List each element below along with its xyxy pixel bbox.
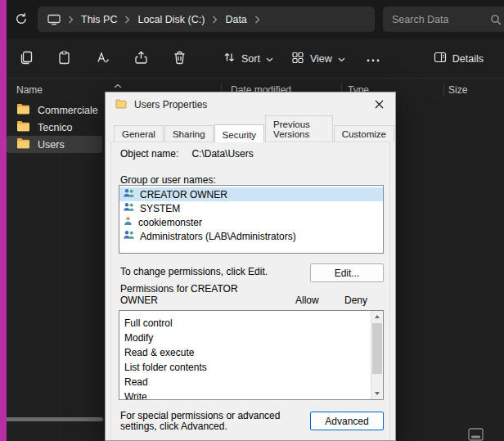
accent-strip	[0, 0, 7, 441]
breadcrumb-data[interactable]: Data	[225, 14, 246, 25]
principal-name: Administrators (LAB\Administrators)	[140, 231, 296, 242]
rename-icon	[96, 51, 110, 67]
delete-button[interactable]	[160, 44, 199, 74]
edit-button[interactable]: Edit...	[310, 263, 384, 282]
permissions-list: Full control Modify Read & execute List …	[119, 310, 384, 400]
allow-column-label: Allow	[295, 295, 319, 306]
user-group-icon	[123, 230, 135, 242]
permission-name: Write	[124, 391, 147, 400]
details-label: Details	[452, 53, 484, 65]
column-divider[interactable]	[443, 83, 444, 96]
permission-name: List folder contents	[124, 362, 207, 373]
address-bar[interactable]: This PC Local Disk (C:) Data	[38, 7, 375, 32]
horizontal-scrollbar[interactable]	[2, 417, 103, 421]
advanced-hint: For special permissions or advanced sett…	[120, 411, 308, 432]
breadcrumb-this-pc[interactable]: This PC	[81, 14, 117, 25]
scroll-up-icon[interactable]	[371, 311, 383, 322]
view-grid-icon	[291, 51, 304, 66]
window-icon	[468, 428, 484, 441]
more-options-button[interactable]	[354, 44, 393, 74]
folder-properties-icon	[115, 99, 127, 111]
copy-icon	[19, 51, 33, 67]
principal-name: SYSTEM	[140, 203, 180, 214]
edit-hint: To change permissions, click Edit.	[120, 266, 268, 277]
search-icon	[490, 14, 502, 25]
toolbar: Sort View Details	[7, 39, 504, 79]
column-header-name[interactable]: Name	[16, 84, 43, 96]
details-icon	[434, 51, 447, 66]
tab-previous-versions[interactable]: Previous Versions	[265, 115, 333, 142]
tab-security[interactable]: Security	[214, 124, 265, 142]
sort-button[interactable]: Sort	[214, 44, 282, 74]
principal-row-cookiemonster[interactable]: cookiemonster	[119, 215, 383, 229]
group-user-list: CREATOR OWNER SYSTEM cookiemonster Admin…	[119, 185, 384, 254]
permission-name: Read & execute	[124, 347, 194, 358]
permissions-title: Permissions for CREATOR OWNER	[120, 283, 251, 306]
view-label: View	[310, 53, 332, 65]
file-name: Commerciale	[38, 105, 98, 116]
column-header-size[interactable]: Size	[448, 84, 467, 96]
share-icon	[134, 51, 148, 67]
folder-icon	[16, 103, 30, 117]
chevron-down-icon	[266, 53, 273, 65]
sort-label: Sort	[241, 53, 260, 65]
chevron-right-icon	[212, 16, 218, 24]
permission-row-modify[interactable]: Modify	[119, 331, 383, 345]
permission-row-read[interactable]: Read	[119, 375, 383, 389]
close-icon	[375, 99, 384, 111]
deny-column-label: Deny	[344, 295, 367, 306]
permission-row-full-control[interactable]: Full control	[119, 316, 383, 331]
dialog-tabs: General Sharing Security Previous Versio…	[114, 124, 395, 142]
rename-button[interactable]	[83, 44, 122, 74]
object-name-row: Object name: C:\Data\Users	[120, 148, 254, 160]
chevron-right-icon	[254, 16, 260, 24]
trash-icon	[173, 51, 187, 67]
principal-row-administrators[interactable]: Administrators (LAB\Administrators)	[119, 229, 383, 243]
advanced-button[interactable]: Advanced	[310, 412, 384, 430]
permission-row-read-execute[interactable]: Read & execute	[119, 345, 383, 360]
refresh-icon	[15, 12, 28, 28]
sort-icon	[223, 51, 236, 66]
permission-row-list-folder-contents[interactable]: List folder contents	[119, 360, 383, 375]
tab-sharing[interactable]: Sharing	[164, 125, 214, 142]
search-box[interactable]: Search Data	[383, 7, 504, 32]
details-button[interactable]: Details	[425, 44, 493, 74]
view-button[interactable]: View	[282, 44, 354, 74]
principal-row-system[interactable]: SYSTEM	[119, 201, 383, 215]
paste-button[interactable]	[45, 44, 83, 74]
tab-customize[interactable]: Customize	[334, 125, 394, 142]
permission-name: Modify	[124, 332, 153, 344]
users-properties-dialog: Users Properties General Sharing Securit…	[105, 92, 396, 441]
folder-icon	[16, 137, 30, 151]
tab-general[interactable]: General	[114, 125, 164, 142]
search-placeholder: Search Data	[392, 14, 448, 25]
file-name: Tecnico	[38, 122, 72, 133]
copy-button[interactable]	[7, 44, 45, 74]
scroll-down-icon[interactable]	[371, 388, 383, 399]
object-name-value: C:\Data\Users	[191, 148, 253, 160]
sort-ascending-icon	[114, 79, 122, 91]
file-name: Users	[38, 139, 65, 151]
share-button[interactable]	[122, 44, 160, 74]
permissions-scrollbar[interactable]	[371, 311, 383, 399]
permission-row-write[interactable]: Write	[119, 389, 383, 400]
user-group-icon	[123, 188, 135, 200]
permission-name: Read	[124, 376, 148, 388]
this-pc-icon	[47, 14, 61, 25]
principal-name: cookiemonster	[138, 217, 202, 228]
more-icon	[367, 52, 380, 65]
principal-name: CREATOR OWNER	[140, 189, 227, 200]
user-group-icon	[123, 202, 135, 214]
file-row-users[interactable]: Users	[7, 136, 102, 153]
navigation-bar: This PC Local Disk (C:) Data Search Data	[7, 0, 504, 39]
group-list-label: Group or user names:	[120, 174, 216, 186]
scrollbar-thumb[interactable]	[372, 323, 382, 374]
dialog-titlebar[interactable]: Users Properties	[106, 92, 395, 117]
dialog-title: Users Properties	[134, 99, 207, 110]
breadcrumb-local-disk-c[interactable]: Local Disk (C:)	[137, 14, 205, 25]
close-button[interactable]	[369, 97, 389, 113]
refresh-button[interactable]	[10, 10, 33, 29]
permission-name: Full control	[124, 317, 173, 329]
chevron-down-icon	[338, 53, 345, 65]
principal-row-creator-owner[interactable]: CREATOR OWNER	[119, 187, 383, 201]
